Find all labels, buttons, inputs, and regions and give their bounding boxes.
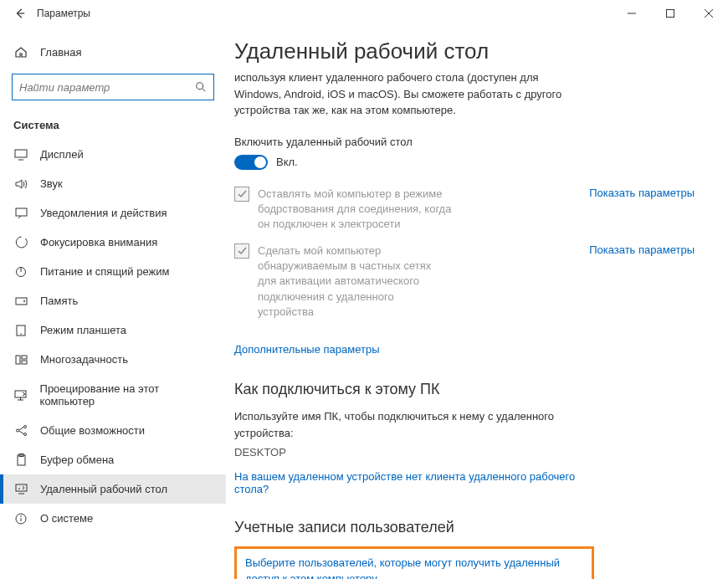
sidebar-item-about[interactable]: О системе: [0, 504, 226, 533]
display-icon: [13, 149, 28, 161]
home-label: Главная: [40, 46, 81, 59]
sidebar-item-tablet[interactable]: Режим планшета: [0, 315, 226, 345]
sidebar-item-sound[interactable]: Звук: [0, 169, 226, 198]
sidebar-item-label: Звук: [40, 177, 63, 190]
highlighted-users-link-box: Выберите пользователей, которые могут по…: [234, 546, 594, 579]
about-icon: [13, 513, 28, 525]
sidebar-item-label: Режим планшета: [40, 324, 126, 336]
sidebar-item-label: Проецирование на этот компьютер: [40, 382, 213, 407]
remote-desktop-icon: [13, 484, 28, 494]
page-description: используя клиент удаленного рабочего сто…: [234, 69, 569, 119]
home-icon: [13, 45, 28, 59]
close-icon: [705, 9, 713, 18]
notifications-icon: [13, 208, 28, 219]
svg-point-1: [197, 83, 203, 90]
svg-rect-9: [16, 356, 20, 364]
sidebar-item-label: Общие возможности: [40, 424, 145, 437]
svg-rect-3: [16, 208, 27, 216]
svg-rect-12: [15, 391, 26, 397]
window-title: Параметры: [37, 8, 90, 19]
toggle-knob: [254, 156, 266, 168]
enable-remote-toggle[interactable]: [234, 155, 268, 170]
content-area: Удаленный рабочий стол используя клиент …: [226, 27, 728, 579]
connect-title: Как подключиться к этому ПК: [234, 381, 695, 398]
discoverable-checkbox[interactable]: [234, 243, 249, 259]
toggle-state-label: Вкл.: [276, 156, 298, 168]
sidebar-item-notifications[interactable]: Уведомления и действия: [0, 198, 226, 228]
maximize-button[interactable]: [651, 0, 690, 27]
pc-name-value: DESKTOP: [234, 446, 695, 459]
page-title: Удаленный рабочий стол: [234, 38, 695, 64]
sidebar-item-multitasking[interactable]: Многозадачность: [0, 345, 226, 374]
svg-rect-10: [22, 356, 27, 359]
titlebar: Параметры: [0, 0, 728, 27]
search-box[interactable]: [12, 74, 214, 100]
sidebar-item-label: Уведомления и действия: [40, 207, 167, 219]
connect-description: Используйте имя ПК, чтобы подключиться к…: [234, 408, 586, 441]
home-button[interactable]: Главная: [0, 40, 226, 64]
power-icon: [13, 266, 28, 278]
sidebar-item-display[interactable]: Дисплей: [0, 140, 226, 169]
svg-rect-5: [16, 298, 27, 305]
search-icon: [195, 81, 207, 93]
sidebar: Главная Система Дисплей Звук Уведомления…: [0, 27, 226, 579]
sidebar-item-storage[interactable]: Память: [0, 286, 226, 315]
storage-icon: [13, 297, 28, 305]
discoverable-text: Сделать мой компьютер обнаруживаемым в ч…: [258, 243, 452, 320]
keep-awake-text: Оставлять мой компьютер в режиме бодрств…: [258, 187, 452, 233]
sidebar-item-label: О системе: [40, 512, 93, 525]
sidebar-item-projecting[interactable]: Проецирование на этот компьютер: [0, 374, 226, 416]
arrow-left-icon: [14, 8, 26, 19]
shared-icon: [13, 424, 28, 437]
svg-rect-2: [15, 150, 27, 157]
sidebar-item-label: Питание и спящий режим: [40, 265, 169, 278]
section-label: Система: [0, 115, 226, 140]
no-client-link[interactable]: На вашем удаленном устройстве нет клиент…: [234, 470, 586, 495]
sidebar-item-clipboard[interactable]: Буфер обмена: [0, 445, 226, 474]
keep-awake-checkbox[interactable]: [234, 187, 249, 202]
svg-point-8: [20, 333, 22, 335]
show-params-link-2[interactable]: Показать параметры: [572, 243, 695, 256]
minimize-button[interactable]: [613, 0, 651, 27]
clipboard-icon: [13, 453, 28, 466]
sidebar-item-shared[interactable]: Общие возможности: [0, 416, 226, 445]
sidebar-item-focus[interactable]: Фокусировка внимания: [0, 228, 226, 257]
sidebar-item-label: Память: [40, 295, 78, 307]
svg-point-6: [23, 300, 25, 302]
maximize-icon: [666, 9, 674, 18]
sidebar-item-label: Фокусировка внимания: [40, 236, 157, 249]
enable-remote-label: Включить удаленный рабочий стол: [234, 136, 695, 148]
tablet-icon: [13, 325, 28, 336]
svg-rect-11: [22, 361, 27, 364]
projecting-icon: [13, 390, 28, 401]
svg-point-20: [20, 515, 22, 517]
back-button[interactable]: [7, 8, 33, 19]
check-icon: [238, 247, 247, 255]
users-title: Учетные записи пользователей: [234, 519, 695, 536]
sidebar-item-power[interactable]: Питание и спящий режим: [0, 257, 226, 286]
sidebar-item-label: Удаленный рабочий стол: [40, 483, 167, 495]
sidebar-item-label: Многозадачность: [40, 353, 128, 366]
focus-icon: [13, 236, 28, 249]
show-params-link-1[interactable]: Показать параметры: [572, 187, 695, 199]
sidebar-item-label: Дисплей: [40, 148, 84, 161]
sidebar-item-label: Буфер обмена: [40, 453, 114, 466]
check-icon: [238, 190, 247, 198]
advanced-settings-link[interactable]: Дополнительные параметры: [234, 343, 380, 356]
svg-point-15: [23, 433, 26, 436]
search-input[interactable]: [19, 81, 195, 94]
minimize-icon: [628, 9, 636, 18]
svg-point-13: [16, 429, 18, 432]
sidebar-item-remote-desktop[interactable]: Удаленный рабочий стол: [0, 474, 226, 504]
svg-rect-0: [667, 10, 674, 18]
multitasking-icon: [13, 355, 28, 365]
select-users-link[interactable]: Выберите пользователей, которые могут по…: [245, 556, 583, 579]
sound-icon: [13, 178, 28, 190]
close-button[interactable]: [690, 0, 728, 27]
svg-point-14: [23, 426, 26, 428]
svg-rect-18: [16, 484, 27, 491]
